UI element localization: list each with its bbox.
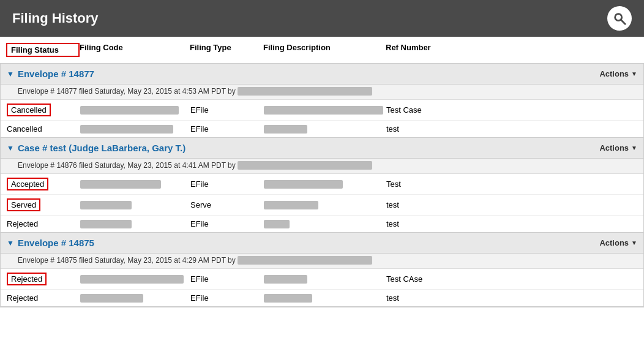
filing-row-1-2: RejectedExhibition FilingEFileExhibitste… [1, 216, 643, 232]
filing-code-blurred-0-1: Miscellaneous filing (Not fil... [80, 125, 173, 134]
search-button[interactable] [607, 6, 632, 31]
chevron-icon-0: ▼ [7, 70, 14, 78]
filing-code-cell-1-1: Stielow v. Citley [80, 200, 190, 209]
filing-code-blurred-1-2: Exhibition Filing [80, 220, 132, 228]
filing-code-cell-0-1: Miscellaneous filing (Not fil... [80, 124, 190, 134]
filing-row-2-1: RejectedPostponement filedEFileComplaint… [1, 290, 643, 306]
svg-line-1 [621, 20, 625, 24]
filing-desc-cell-2-1: Complaint filed [264, 293, 386, 303]
actions-button-0[interactable]: Actions▼ [599, 69, 637, 78]
envelope-group-2: ▼Envelope # 14875Actions▼Envelope # 1487… [1, 233, 643, 307]
status-badge-2-0: Rejected [7, 273, 47, 285]
actions-label-1: Actions [599, 143, 629, 153]
status-cell-2-0: Rejected [7, 273, 80, 285]
envelope-header-1: ▼Case # test (Judge LaBarbera, Gary T.)A… [1, 138, 643, 159]
envelope-subtitle-2: Envelope # 14875 filed Saturday, May 23,… [1, 254, 643, 269]
envelope-title-1: ▼Case # test (Judge LaBarbera, Gary T.) [7, 143, 185, 153]
search-icon [613, 12, 626, 25]
filing-type-cell-1-1: Serve [190, 200, 264, 209]
envelope-title-0: ▼Envelope # 14877 [7, 69, 94, 79]
status-badge-1-2: Rejected [7, 219, 38, 228]
status-badge-1-1: Served [7, 198, 40, 211]
filing-row-2-0: RejectedCertificate Contract Award Filed… [1, 269, 643, 290]
filing-code-blurred-2-1: Postponement filed [80, 294, 143, 303]
blurred-user-0: Rebecca Kaysen on behalf of John Smith [238, 87, 372, 96]
actions-label-2: Actions [599, 238, 629, 247]
envelope-subtitle-0: Envelope # 14877 filed Saturday, May 23,… [1, 85, 643, 100]
envelope-header-0: ▼Envelope # 14877Actions▼ [1, 64, 643, 85]
envelope-title-2: ▼Envelope # 14875 [7, 238, 94, 248]
actions-label-0: Actions [599, 69, 629, 78]
status-cell-1-2: Rejected [7, 219, 80, 228]
filing-desc-cell-0-0: Dissolution Of Marriage with children [264, 105, 386, 115]
filing-desc-cell-2-0: Corum Breed [264, 274, 386, 284]
filing-code-blurred-0-0: Petition on initial Final Paper... [80, 106, 179, 115]
ref-number-cell-1-0: Test [386, 179, 478, 189]
filing-code-cell-1-2: Exhibition Filing [80, 219, 190, 228]
content-area: ▼Envelope # 14877Actions▼Envelope # 1487… [0, 64, 644, 307]
chevron-icon-1: ▼ [7, 144, 14, 153]
filing-row-1-1: ServedStielow v. CitleyServeTest service… [1, 195, 643, 216]
blurred-user-2: Rebecca Kaysen on behalf of John Smith [238, 256, 372, 265]
filing-type-cell-2-0: EFile [190, 274, 264, 284]
filing-row-1-0: AcceptedAdvance Jury Fees FiledEFileAdva… [1, 174, 643, 195]
col-header-filing-description: Filing Description [263, 43, 386, 57]
ref-number-cell-2-0: Test CAse [386, 274, 478, 284]
status-badge-1-0: Accepted [7, 178, 48, 190]
actions-button-1[interactable]: Actions▼ [599, 143, 637, 153]
filing-desc-cell-0-1: Modify to pay [264, 124, 386, 134]
filing-code-cell-2-1: Postponement filed [80, 293, 190, 303]
filing-type-cell-0-1: EFile [190, 124, 264, 134]
envelope-title-text-0: Envelope # 14877 [18, 69, 94, 79]
col-header-ref-number: Ref Number [386, 43, 477, 57]
filing-code-blurred-2-0: Certificate Contract Award Filed [80, 275, 184, 284]
filing-code-cell-1-0: Advance Jury Fees Filed [80, 179, 190, 189]
filing-desc-blurred-2-1: Complaint filed [264, 294, 312, 303]
status-cell-0-0: Cancelled [7, 104, 80, 116]
envelope-subtitle-1: Envelope # 14876 filed Saturday, May 23,… [1, 159, 643, 174]
status-badge-2-1: Rejected [7, 293, 38, 303]
filing-code-blurred-1-1: Stielow v. Citley [80, 201, 132, 209]
filing-desc-blurred-2-0: Corum Breed [264, 275, 307, 284]
envelope-header-2: ▼Envelope # 14875Actions▼ [1, 233, 643, 254]
envelope-title-text-2: Envelope # 14875 [18, 238, 94, 248]
envelope-group-0: ▼Envelope # 14877Actions▼Envelope # 1487… [1, 64, 643, 138]
status-cell-2-1: Rejected [7, 293, 80, 303]
filing-desc-blurred-1-2: Exhibits [264, 220, 290, 228]
status-cell-0-1: Cancelled [7, 124, 80, 134]
status-cell-1-0: Accepted [7, 178, 80, 190]
filing-code-cell-2-0: Certificate Contract Award Filed [80, 274, 190, 284]
page-header: Filing History [0, 0, 644, 37]
actions-caret-0: ▼ [631, 70, 637, 77]
filing-desc-cell-1-2: Exhibits [264, 219, 386, 228]
filing-desc-blurred-0-1: Modify to pay [264, 125, 307, 134]
status-badge-0-1: Cancelled [7, 124, 42, 134]
blurred-user-1: Rebecca Kaysen on behalf of John Smith [238, 161, 372, 170]
filing-desc-blurred-1-0: Advanced Jury Fee Test [264, 180, 343, 189]
filing-desc-cell-1-1: Test service only [264, 200, 386, 209]
actions-caret-2: ▼ [631, 239, 637, 246]
chevron-icon-2: ▼ [7, 239, 14, 247]
col-header-filing-status: Filing Status [6, 43, 80, 57]
filing-desc-blurred-1-1: Test service only [264, 201, 318, 209]
actions-button-2[interactable]: Actions▼ [599, 238, 637, 247]
filing-type-cell-2-1: EFile [190, 293, 264, 303]
ref-number-cell-2-1: test [386, 293, 478, 303]
col-header-filing-type: Filing Type [190, 43, 263, 57]
filing-code-cell-0-0: Petition on initial Final Paper... [80, 105, 190, 115]
page-title: Filing History [12, 10, 99, 26]
status-cell-1-1: Served [7, 198, 80, 211]
filing-type-cell-1-0: EFile [190, 179, 264, 189]
ref-number-cell-0-1: test [386, 124, 478, 134]
table-header: Filing Status Filing Code Filing Type Fi… [0, 37, 644, 64]
actions-caret-1: ▼ [631, 145, 637, 151]
col-header-filing-code: Filing Code [80, 43, 190, 57]
ref-number-cell-1-2: test [386, 219, 478, 228]
filing-desc-cell-1-0: Advanced Jury Fee Test [264, 179, 386, 189]
filing-row-0-1: CancelledMiscellaneous filing (Not fil..… [1, 121, 643, 137]
filing-desc-blurred-0-0: Dissolution Of Marriage with children [264, 106, 383, 115]
envelope-title-text-1: Case # test (Judge LaBarbera, Gary T.) [18, 143, 185, 153]
filing-code-blurred-1-0: Advance Jury Fees Filed [80, 180, 161, 189]
filing-row-0-0: CancelledPetition on initial Final Paper… [1, 100, 643, 121]
status-badge-0-0: Cancelled [7, 104, 51, 116]
